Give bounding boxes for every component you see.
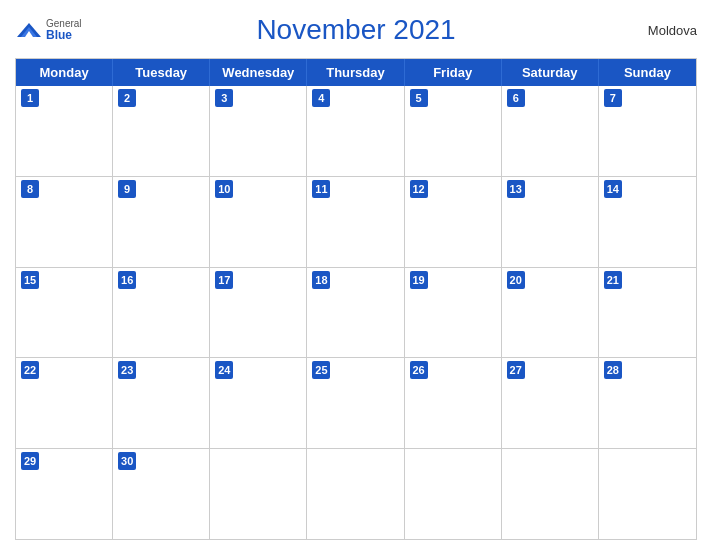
day-cell: 23 <box>113 358 210 448</box>
day-number: 3 <box>215 89 233 107</box>
day-number: 17 <box>215 271 233 289</box>
country-label: Moldova <box>648 23 697 38</box>
day-cell: 22 <box>16 358 113 448</box>
day-number: 11 <box>312 180 330 198</box>
day-number: 29 <box>21 452 39 470</box>
day-cell: 7 <box>599 86 696 176</box>
week-row-1: 1234567 <box>16 86 696 176</box>
day-cell: 2 <box>113 86 210 176</box>
day-number: 9 <box>118 180 136 198</box>
day-cell: 11 <box>307 177 404 267</box>
day-header-friday: Friday <box>405 59 502 86</box>
day-number: 16 <box>118 271 136 289</box>
day-cell: 28 <box>599 358 696 448</box>
day-cell: 14 <box>599 177 696 267</box>
day-number: 12 <box>410 180 428 198</box>
day-number: 23 <box>118 361 136 379</box>
day-header-thursday: Thursday <box>307 59 404 86</box>
day-cell <box>210 449 307 539</box>
day-number: 18 <box>312 271 330 289</box>
month-title: November 2021 <box>256 14 455 46</box>
day-number: 1 <box>21 89 39 107</box>
day-cell: 1 <box>16 86 113 176</box>
day-cell: 27 <box>502 358 599 448</box>
day-cell: 10 <box>210 177 307 267</box>
day-cell: 17 <box>210 268 307 358</box>
day-number: 24 <box>215 361 233 379</box>
day-cell: 9 <box>113 177 210 267</box>
day-cell: 19 <box>405 268 502 358</box>
day-header-monday: Monday <box>16 59 113 86</box>
day-number: 19 <box>410 271 428 289</box>
day-number: 15 <box>21 271 39 289</box>
day-cell: 24 <box>210 358 307 448</box>
week-row-5: 2930 <box>16 448 696 539</box>
day-cell <box>502 449 599 539</box>
day-number: 28 <box>604 361 622 379</box>
day-number: 30 <box>118 452 136 470</box>
day-header-tuesday: Tuesday <box>113 59 210 86</box>
week-row-2: 891011121314 <box>16 176 696 267</box>
day-cell: 30 <box>113 449 210 539</box>
day-cell: 21 <box>599 268 696 358</box>
day-cell: 15 <box>16 268 113 358</box>
day-cell: 6 <box>502 86 599 176</box>
day-number: 13 <box>507 180 525 198</box>
calendar-header: General Blue November 2021 Moldova <box>15 10 697 50</box>
day-header-wednesday: Wednesday <box>210 59 307 86</box>
day-cell: 25 <box>307 358 404 448</box>
day-number: 4 <box>312 89 330 107</box>
day-cell: 8 <box>16 177 113 267</box>
calendar: MondayTuesdayWednesdayThursdayFridaySatu… <box>15 58 697 540</box>
day-header-saturday: Saturday <box>502 59 599 86</box>
day-cell <box>599 449 696 539</box>
day-cell <box>307 449 404 539</box>
day-number: 22 <box>21 361 39 379</box>
day-cell: 18 <box>307 268 404 358</box>
day-number: 21 <box>604 271 622 289</box>
day-number: 26 <box>410 361 428 379</box>
day-cell: 20 <box>502 268 599 358</box>
day-number: 20 <box>507 271 525 289</box>
day-cell: 16 <box>113 268 210 358</box>
day-number: 5 <box>410 89 428 107</box>
logo-blue-text: Blue <box>46 29 82 42</box>
logo-icon <box>15 21 43 39</box>
day-number: 2 <box>118 89 136 107</box>
day-header-sunday: Sunday <box>599 59 696 86</box>
day-cell <box>405 449 502 539</box>
day-number: 7 <box>604 89 622 107</box>
day-number: 6 <box>507 89 525 107</box>
day-cell: 5 <box>405 86 502 176</box>
day-cell: 13 <box>502 177 599 267</box>
day-cell: 26 <box>405 358 502 448</box>
day-headers: MondayTuesdayWednesdayThursdayFridaySatu… <box>16 59 696 86</box>
day-cell: 3 <box>210 86 307 176</box>
day-cell: 4 <box>307 86 404 176</box>
day-number: 27 <box>507 361 525 379</box>
day-number: 10 <box>215 180 233 198</box>
week-row-3: 15161718192021 <box>16 267 696 358</box>
day-cell: 29 <box>16 449 113 539</box>
logo: General Blue <box>15 18 82 42</box>
day-cell: 12 <box>405 177 502 267</box>
day-number: 14 <box>604 180 622 198</box>
week-row-4: 22232425262728 <box>16 357 696 448</box>
weeks: 1234567891011121314151617181920212223242… <box>16 86 696 539</box>
day-number: 25 <box>312 361 330 379</box>
day-number: 8 <box>21 180 39 198</box>
